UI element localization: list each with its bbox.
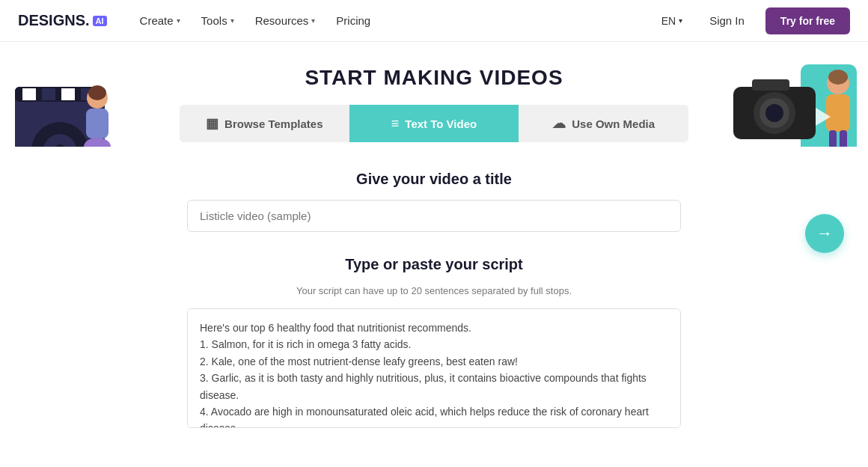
logo-badge: AI xyxy=(93,16,107,26)
svg-rect-23 xyxy=(840,130,847,147)
browse-templates-icon: ▦ xyxy=(206,115,218,132)
svg-rect-11 xyxy=(86,109,109,138)
svg-rect-21 xyxy=(826,94,850,132)
try-free-button[interactable]: Try for free xyxy=(765,7,850,34)
script-subtitle: Your script can have up to 20 sentences … xyxy=(187,285,681,296)
navbar: DESIGNS.AI Create ▾ Tools ▾ Resources ▾ … xyxy=(0,0,868,42)
svg-rect-18 xyxy=(752,79,789,91)
sign-in-button[interactable]: Sign In xyxy=(697,10,757,31)
svg-rect-22 xyxy=(829,130,837,147)
tools-chevron-icon: ▾ xyxy=(230,16,234,25)
video-title-heading: Give your video a title xyxy=(187,171,681,188)
tabs-container: ▦ Browse Templates ≡ Text To Video ☁ Use… xyxy=(180,105,688,142)
main-content: Give your video a title Type or paste yo… xyxy=(172,147,696,461)
logo-text: DESIGNS. xyxy=(18,12,90,29)
nav-links: Create ▾ Tools ▾ Resources ▾ Pricing xyxy=(131,10,655,31)
script-heading: Type or paste your script xyxy=(187,256,681,273)
next-button[interactable]: → xyxy=(805,214,844,253)
use-own-media-icon: ☁ xyxy=(552,115,566,132)
hero-section: START MAKING VIDEOS ▦ Browse Templates ≡… xyxy=(0,42,868,147)
logo[interactable]: DESIGNS.AI xyxy=(18,12,107,29)
nav-create[interactable]: Create ▾ xyxy=(131,10,189,31)
tab-use-own-media[interactable]: ☁ Use Own Media xyxy=(519,105,688,142)
svg-rect-2 xyxy=(22,88,36,100)
script-textarea[interactable] xyxy=(187,308,681,428)
lang-chevron-icon: ▾ xyxy=(679,16,682,25)
svg-rect-3 xyxy=(42,88,55,100)
svg-point-17 xyxy=(765,104,783,122)
video-title-input[interactable] xyxy=(187,200,681,232)
svg-point-20 xyxy=(828,70,848,85)
nav-resources[interactable]: Resources ▾ xyxy=(246,10,325,31)
tab-text-to-video[interactable]: ≡ Text To Video xyxy=(349,105,519,142)
text-to-video-icon: ≡ xyxy=(391,116,400,132)
nav-pricing[interactable]: Pricing xyxy=(327,10,379,31)
svg-rect-4 xyxy=(61,88,75,100)
nav-tools[interactable]: Tools ▾ xyxy=(192,10,243,31)
create-chevron-icon: ▾ xyxy=(177,16,180,25)
resources-chevron-icon: ▾ xyxy=(311,16,315,25)
tab-browse-templates[interactable]: ▦ Browse Templates xyxy=(180,105,349,142)
hero-right-illustration xyxy=(718,42,868,147)
svg-point-10 xyxy=(88,85,106,100)
language-selector[interactable]: EN ▾ xyxy=(655,12,688,30)
hero-left-illustration xyxy=(0,42,150,147)
nav-right: EN ▾ Sign In Try for free xyxy=(655,7,850,34)
